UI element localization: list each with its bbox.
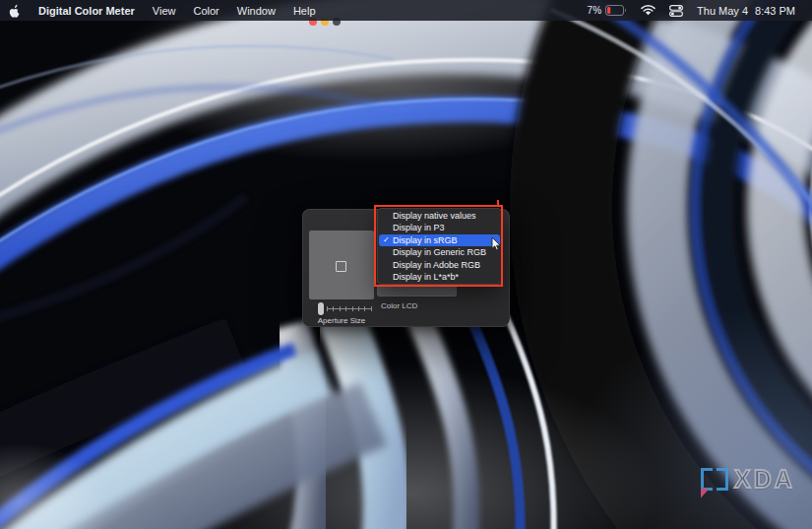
clock-time: 8:43 PM	[755, 5, 795, 17]
annotation-notch	[497, 200, 499, 206]
aperture-preview	[309, 231, 374, 299]
aperture-size-slider[interactable]	[317, 301, 372, 316]
menu-bar: Digital Color Meter View Color Window He…	[0, 0, 812, 21]
menu-app-name[interactable]: Digital Color Meter	[30, 0, 144, 21]
battery-icon	[605, 5, 627, 16]
xda-logo-icon	[701, 468, 729, 492]
control-center-icon	[669, 5, 683, 17]
mouse-cursor	[491, 236, 503, 252]
display-profile-label: Color LCD	[381, 301, 417, 310]
apple-menu[interactable]	[0, 0, 30, 21]
xda-watermark-text: XDA	[734, 467, 795, 492]
desktop: XDA Digital Color Meter View Color Windo…	[0, 0, 812, 529]
menu-bar-clock[interactable]: Thu May 4 8:43 PM	[690, 0, 802, 21]
battery-status[interactable]: 7%	[581, 0, 634, 21]
clock-date: Thu May 4	[697, 5, 748, 17]
slider-track	[327, 308, 371, 309]
menu-view[interactable]: View	[144, 0, 185, 21]
aperture-size-label: Aperture Size	[309, 316, 374, 325]
menu-window[interactable]: Window	[228, 0, 284, 21]
menu-color[interactable]: Color	[184, 0, 227, 21]
battery-percent: 7%	[588, 5, 601, 16]
menu-help[interactable]: Help	[284, 0, 325, 21]
wifi-icon	[641, 5, 656, 16]
control-center[interactable]	[662, 0, 690, 21]
wifi-status[interactable]	[634, 0, 662, 21]
slider-thumb[interactable]	[318, 302, 324, 315]
xda-watermark: XDA	[701, 467, 795, 492]
annotation-highlight	[374, 205, 503, 287]
apple-icon	[9, 4, 21, 18]
aperture-rectangle	[336, 261, 346, 272]
